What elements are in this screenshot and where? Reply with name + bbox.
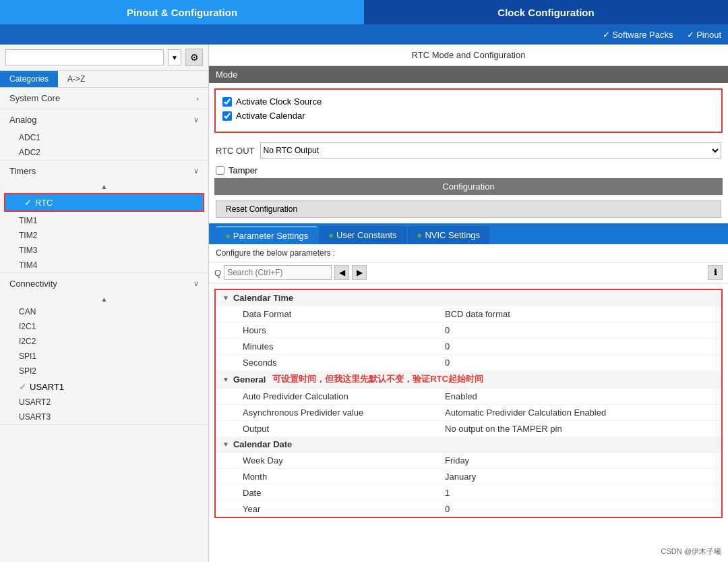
timers-header[interactable]: Timers ∨ <box>0 161 208 181</box>
activate-clock-checkbox[interactable] <box>222 97 232 107</box>
rtc-highlight: ✓ RTC <box>4 193 204 212</box>
general-label: General <box>233 374 266 385</box>
date-param: Date <box>243 488 445 498</box>
sidebar-item-spi1[interactable]: SPI1 <box>0 349 208 364</box>
sub-header: ✓ Software Packs ✓ Pinout <box>0 24 728 45</box>
sidebar-item-can[interactable]: CAN <box>0 304 208 319</box>
sidebar-item-tim2[interactable]: TIM2 <box>0 228 208 243</box>
analog-section: Analog ∨ ADC1 ADC2 <box>0 109 208 161</box>
output-value: No output on the TAMPER pin <box>445 424 562 434</box>
sidebar-item-usart3[interactable]: USART3 <box>0 410 208 424</box>
sidebar-item-i2c2[interactable]: I2C2 <box>0 334 208 349</box>
hours-param: Hours <box>243 325 445 335</box>
month-row: Month January <box>216 468 721 484</box>
connectivity-label: Connectivity <box>9 279 57 289</box>
info-btn[interactable]: ℹ <box>708 265 723 280</box>
calendar-time-arrow: ▼ <box>222 294 229 302</box>
timers-label: Timers <box>9 166 36 176</box>
activate-calendar-checkbox[interactable] <box>222 111 232 121</box>
general-section[interactable]: ▼ General 可设置时间，但我这里先默认不变，验证RTC起始时间 <box>216 370 721 388</box>
tab-categories[interactable]: Categories <box>0 71 58 87</box>
sidebar-content: System Core › Analog ∨ ADC1 ADC2 Timers … <box>0 88 208 562</box>
param-tab-check-icon: ● <box>225 231 231 241</box>
calendar-date-label: Calendar Date <box>233 439 292 449</box>
connectivity-header[interactable]: Connectivity ∨ <box>0 273 208 294</box>
params-hint: Configure the below parameters : <box>209 244 728 262</box>
sidebar-item-spi2[interactable]: SPI2 <box>0 364 208 378</box>
params-table: ▼ Calendar Time Data Format BCD data for… <box>214 289 723 518</box>
reset-config-btn[interactable]: Reset Configuration <box>216 200 721 218</box>
activate-clock-label: Activate Clock Source <box>236 96 322 107</box>
rtc-title: RTC Mode and Configuration <box>209 45 728 66</box>
search-params-input[interactable] <box>224 265 332 280</box>
tamper-label: Tamper <box>229 165 257 175</box>
tab-a-to-z[interactable]: A->Z <box>58 71 94 87</box>
week-day-param: Week Day <box>243 455 445 466</box>
sidebar-item-tim1[interactable]: TIM1 <box>0 213 208 228</box>
pinout-btn[interactable]: ✓ Pinout <box>687 30 721 40</box>
timers-arrow: ∨ <box>193 167 199 175</box>
gear-button[interactable]: ⚙ <box>185 49 203 66</box>
month-value: January <box>445 472 476 482</box>
sidebar-item-tim3[interactable]: TIM3 <box>0 243 208 258</box>
system-core-header[interactable]: System Core › <box>0 88 208 109</box>
mode-section: Activate Clock Source Activate Calendar <box>214 88 723 133</box>
nvic-tab-label: NVIC Settings <box>425 230 480 240</box>
tabs-row: ● Parameter Settings ● User Constants ● … <box>209 223 728 244</box>
prev-btn[interactable]: ◀ <box>334 265 349 280</box>
rtc-out-label: RTC OUT <box>216 146 255 156</box>
sidebar-item-usart2[interactable]: USART2 <box>0 395 208 410</box>
sidebar: ▼ ⚙ Categories A->Z System Core › Analog… <box>0 45 209 562</box>
calendar-date-section[interactable]: ▼ Calendar Date <box>216 437 721 452</box>
pinout-config-tab[interactable]: Pinout & Configuration <box>0 0 364 24</box>
system-core-arrow: › <box>196 94 199 103</box>
calendar-time-label: Calendar Time <box>233 293 293 303</box>
minutes-row: Minutes 0 <box>216 338 721 354</box>
auto-predivider-value: Enabled <box>445 391 477 401</box>
date-row: Date 1 <box>216 484 721 501</box>
connectivity-arrow: ∨ <box>193 279 199 288</box>
sidebar-item-i2c1[interactable]: I2C1 <box>0 319 208 334</box>
analog-header[interactable]: Analog ∨ <box>0 109 208 130</box>
mode-header: Mode <box>209 66 728 83</box>
tab-nvic-settings[interactable]: ● NVIC Settings <box>408 226 490 244</box>
sidebar-item-adc2[interactable]: ADC2 <box>0 145 208 160</box>
sidebar-item-tim4[interactable]: TIM4 <box>0 258 208 273</box>
usart1-label: USART1 <box>30 382 64 392</box>
search-q-icon: Q <box>214 268 221 278</box>
activate-clock-row: Activate Clock Source <box>222 96 715 107</box>
user-tab-check-icon: ● <box>328 230 334 240</box>
sidebar-item-rtc[interactable]: ✓ RTC <box>5 194 203 210</box>
sidebar-item-usart1[interactable]: ✓ USART1 <box>0 378 208 395</box>
next-btn[interactable]: ▶ <box>352 265 367 280</box>
calendar-time-section[interactable]: ▼ Calendar Time <box>216 290 721 306</box>
hours-row: Hours 0 <box>216 322 721 338</box>
software-packs-btn[interactable]: ✓ Software Packs <box>603 30 673 40</box>
seconds-param: Seconds <box>243 358 445 368</box>
auto-predivider-param: Auto Predivider Calculation <box>243 391 445 401</box>
tamper-checkbox[interactable] <box>216 166 224 175</box>
rtc-out-select[interactable]: No RTC Output <box>260 142 721 159</box>
timers-section: Timers ∨ ▲ ✓ RTC TIM1 TIM2 TIM3 TIM4 <box>0 161 208 273</box>
tab-user-constants[interactable]: ● User Constants <box>319 226 406 244</box>
year-value: 0 <box>445 504 450 514</box>
async-predivider-value: Automatic Predivider Calculation Enabled <box>445 408 606 418</box>
seconds-row: Seconds 0 <box>216 354 721 370</box>
general-arrow: ▼ <box>222 376 229 383</box>
clock-config-tab[interactable]: Clock Configuration <box>364 0 728 24</box>
search-input[interactable] <box>5 49 164 65</box>
system-core-label: System Core <box>9 93 60 103</box>
system-core-section: System Core › <box>0 88 208 109</box>
param-tab-label: Parameter Settings <box>233 231 308 241</box>
content-area: RTC Mode and Configuration Mode Activate… <box>209 45 728 562</box>
timers-scroll-up: ▲ <box>0 181 208 192</box>
minutes-param: Minutes <box>243 341 445 352</box>
search-dropdown[interactable]: ▼ <box>168 49 181 65</box>
watermark: CSDN @伊木子曦 <box>661 546 721 557</box>
rtc-label: RTC <box>35 198 53 208</box>
user-tab-label: User Constants <box>336 230 397 240</box>
tab-parameter-settings[interactable]: ● Parameter Settings <box>216 226 317 244</box>
connectivity-scroll-up: ▲ <box>0 294 208 304</box>
sidebar-item-adc1[interactable]: ADC1 <box>0 130 208 145</box>
hours-value: 0 <box>445 325 450 335</box>
